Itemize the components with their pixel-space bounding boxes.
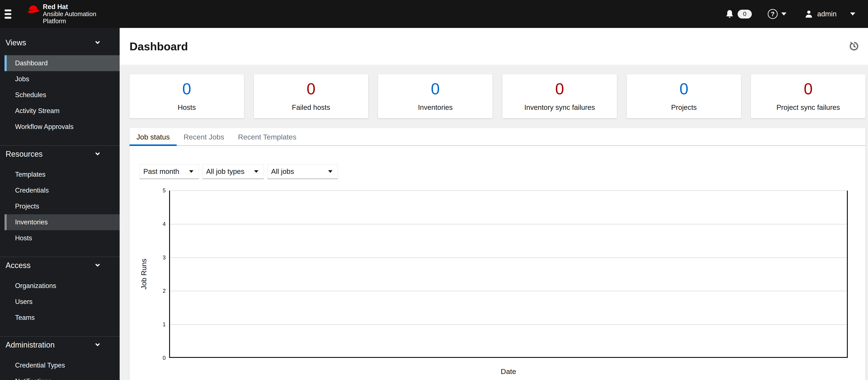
brand-product-line1: Ansible Automation [43,10,96,18]
select-value: All job types [206,167,244,176]
nav-items: Dashboard Jobs Schedules Activity Stream… [0,55,120,135]
y-tick-label: 0 [151,355,166,361]
summary-cards: 0 Hosts 0 Failed hosts 0 Inventories 0 I… [129,74,865,118]
job-runs-chart: Job Runs 5 4 3 2 1 0 Date [129,179,865,380]
sidebar-item-notifications[interactable]: Notifications [4,373,120,380]
y-tick-label: 3 [151,254,166,261]
card-inventories[interactable]: 0 Inventories [378,74,493,118]
masthead-toolbar: 0 ? admin [726,9,855,19]
card-project-sync-failures[interactable]: 0 Project sync failures [751,74,865,118]
sidebar-item-users[interactable]: Users [4,294,120,310]
username-label: admin [817,10,837,18]
sidebar-item-hosts[interactable]: Hosts [4,230,120,246]
masthead: Red Hat Ansible Automation Platform 0 ? [0,0,868,28]
section-title: Administration [6,341,55,349]
chevron-down-icon [781,12,786,15]
gridline [170,324,847,325]
sidebar-section-toggle-views[interactable]: Views [0,34,120,51]
card-value: 0 [555,81,564,97]
job-status-panel: Job status Recent Jobs Recent Templates … [129,128,865,380]
app-window: Red Hat Ansible Automation Platform 0 ? [0,0,868,380]
sidebar-section-toggle-resources[interactable]: Resources [0,146,120,162]
history-icon[interactable] [849,41,859,51]
select-value: All jobs [271,167,294,176]
main-area: Dashboard 0 Hosts 0 Failed hosts [120,28,868,380]
x-axis-label: Date [501,367,516,376]
brand-name: Red Hat [43,3,96,10]
notifications-bell-button[interactable] [726,10,734,18]
card-projects[interactable]: 0 Projects [627,74,741,118]
sidebar-item-credential-types[interactable]: Credential Types [4,357,120,373]
redhat-fedora-icon [27,4,40,14]
card-inventory-sync-failures[interactable]: 0 Inventory sync failures [502,74,617,118]
card-value: 0 [804,81,813,97]
sidebar-item-organizations[interactable]: Organizations [4,278,120,294]
select-value: Past month [143,167,179,176]
sidebar-item-teams[interactable]: Teams [4,310,120,325]
page-title: Dashboard [129,40,188,53]
nav-items: Credential Types Notifications [0,357,120,380]
card-value: 0 [680,81,688,97]
tab-recent-jobs[interactable]: Recent Jobs [177,128,231,146]
sidebar-item-projects[interactable]: Projects [4,198,120,214]
plot-area [169,191,848,358]
tab-recent-templates[interactable]: Recent Templates [231,128,303,146]
sidebar-item-dashboard[interactable]: Dashboard [4,55,120,71]
card-value: 0 [431,81,440,97]
sidebar-item-jobs[interactable]: Jobs [4,71,120,87]
sidebar-item-templates[interactable]: Templates [4,167,120,182]
card-hosts[interactable]: 0 Hosts [129,74,244,118]
user-menu-button[interactable]: admin [805,10,855,18]
card-value: 0 [307,81,315,97]
nav-items: Organizations Users Teams [0,278,120,325]
history-clock-icon [849,41,859,51]
gridline [170,257,847,258]
section-title: Resources [6,149,42,159]
section-title: Access [6,261,31,270]
sidebar-item-credentials[interactable]: Credentials [4,182,120,198]
sidebar-item-inventories[interactable]: Inventories [4,214,120,230]
sidebar-item-activity-stream[interactable]: Activity Stream [4,103,120,119]
y-tick-label: 4 [151,221,166,227]
redhat-brand-logo[interactable]: Red Hat Ansible Automation Platform [27,3,96,25]
hamburger-bar [4,13,11,15]
sidebar-section-toggle-access[interactable]: Access [0,257,120,274]
card-value: 0 [182,81,191,97]
page-header: Dashboard [120,28,868,65]
chevron-down-icon [95,39,100,44]
gridline [170,291,847,291]
chevron-down-icon [95,262,100,267]
sidebar-nav: Views Dashboard Jobs Schedules Activity … [0,28,120,380]
sidebar-section-views: Views Dashboard Jobs Schedules Activity … [0,34,120,145]
section-title: Views [6,38,26,47]
brand-text: Red Hat Ansible Automation Platform [43,3,96,25]
sidebar-item-workflow-approvals[interactable]: Workflow Approvals [4,119,120,135]
nav-toggle-hamburger-icon[interactable] [4,8,17,20]
caret-down-icon [328,170,333,173]
card-label: Project sync failures [777,103,840,111]
job-type-select[interactable]: All job types [202,164,264,179]
tabs: Job status Recent Jobs Recent Templates [129,128,865,146]
tab-job-status[interactable]: Job status [129,128,177,146]
card-label: Projects [671,103,697,111]
chart-filters: Past month All job types All jobs [140,164,865,179]
chevron-down-icon [850,12,855,15]
caret-down-icon [189,170,193,173]
bell-icon [726,10,734,18]
job-filter-select[interactable]: All jobs [267,164,338,179]
notification-count-badge[interactable]: 0 [738,10,752,19]
chevron-down-icon [95,151,100,156]
sidebar-section-toggle-administration[interactable]: Administration [0,337,120,353]
caret-down-icon [254,170,258,173]
card-failed-hosts[interactable]: 0 Failed hosts [254,74,368,118]
sidebar-item-schedules[interactable]: Schedules [4,87,120,103]
hamburger-bar [4,9,11,11]
y-tick-label: 1 [151,321,166,327]
y-tick-label: 2 [151,287,166,294]
brand-product-line2: Platform [43,18,96,25]
card-label: Hosts [178,103,196,111]
period-select[interactable]: Past month [140,164,199,179]
user-icon [805,10,812,18]
card-label: Failed hosts [292,103,330,111]
help-menu-button[interactable]: ? [768,9,786,19]
